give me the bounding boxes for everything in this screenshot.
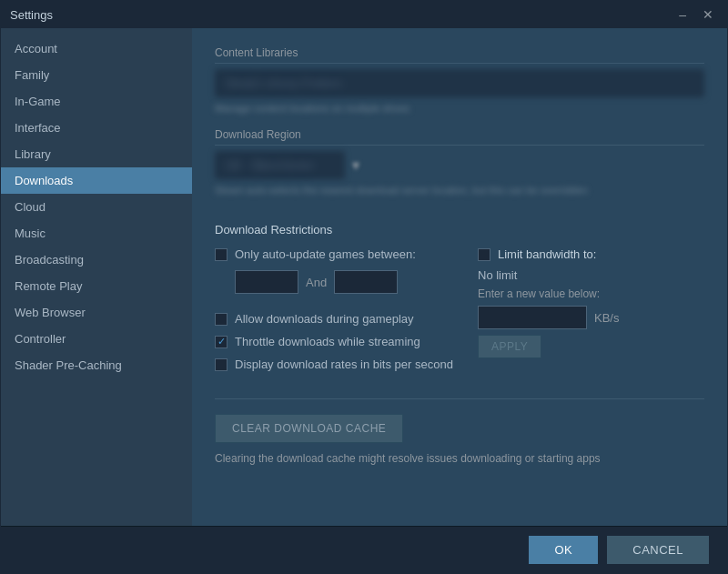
main-panel: Content Libraries Steam Library Folders …	[192, 28, 727, 526]
enter-value-text: Enter a new value below:	[478, 287, 704, 300]
sidebar-item-cloud[interactable]: Cloud	[1, 194, 192, 220]
settings-window: Settings – ✕ Account Family In-Game Inte…	[0, 0, 728, 574]
throttle-downloads-row: Throttle downloads while streaming	[215, 335, 460, 348]
limit-bandwidth-label: Limit bandwidth to:	[498, 247, 596, 261]
content-libraries-desc: Manage content locations on multiple dri…	[215, 103, 704, 114]
sidebar-item-in-game[interactable]: In-Game	[1, 88, 192, 115]
allow-downloads-checkbox[interactable]	[215, 313, 228, 326]
sidebar-item-shader-pre-caching[interactable]: Shader Pre-Caching	[1, 352, 192, 378]
sidebar-item-controller[interactable]: Controller	[1, 326, 192, 352]
kbs-label: KB/s	[594, 311, 619, 325]
limit-bandwidth-checkbox[interactable]	[478, 248, 490, 261]
time-range-row: And	[235, 270, 460, 294]
auto-update-row: Only auto-update games between:	[215, 247, 460, 261]
restrictions-right-col: Limit bandwidth to: No limit Enter a new…	[460, 247, 704, 380]
display-bits-row: Display download rates in bits per secon…	[215, 357, 460, 371]
sidebar-item-remote-play[interactable]: Remote Play	[1, 273, 192, 299]
cache-desc: Clearing the download cache might resolv…	[215, 452, 704, 465]
sidebar-item-music[interactable]: Music	[1, 220, 192, 247]
content-area: Account Family In-Game Interface Library…	[1, 28, 727, 526]
allow-downloads-label: Allow downloads during gameplay	[235, 312, 414, 326]
display-bits-checkbox[interactable]	[215, 358, 228, 371]
title-bar: Settings – ✕	[1, 1, 727, 28]
no-limit-text: No limit	[478, 268, 704, 282]
minimize-button[interactable]: –	[674, 5, 691, 24]
close-button[interactable]: ✕	[698, 5, 718, 24]
time-end-input[interactable]	[334, 270, 398, 294]
sidebar-item-library[interactable]: Library	[1, 141, 192, 167]
auto-update-checkbox[interactable]	[215, 248, 228, 261]
sidebar-item-account[interactable]: Account	[1, 35, 192, 62]
sidebar-item-broadcasting[interactable]: Broadcasting	[1, 247, 192, 273]
sidebar-item-interface[interactable]: Interface	[1, 115, 192, 141]
ok-button[interactable]: OK	[529, 536, 598, 564]
restrictions-grid: Only auto-update games between: And Allo…	[215, 247, 704, 380]
sidebar-item-family[interactable]: Family	[1, 62, 192, 88]
window-controls: – ✕	[674, 5, 718, 24]
throttle-downloads-checkbox[interactable]	[215, 336, 228, 348]
kb-input[interactable]	[478, 306, 587, 329]
restrictions-left-col: Only auto-update games between: And Allo…	[215, 247, 460, 380]
allow-downloads-row: Allow downloads during gameplay	[215, 312, 460, 326]
cancel-button[interactable]: CANCEL	[607, 536, 709, 564]
sidebar-item-web-browser[interactable]: Web Browser	[1, 299, 192, 326]
apply-button[interactable]: APPLY	[478, 335, 541, 358]
bottom-bar: OK CANCEL	[1, 526, 727, 573]
content-libraries-value: Steam Library Folders	[215, 69, 704, 97]
download-region-label: Download Region	[215, 128, 704, 146]
sidebar-item-downloads[interactable]: Downloads	[1, 167, 192, 194]
clear-cache-button[interactable]: CLEAR DOWNLOAD CACHE	[215, 414, 403, 443]
download-region-desc: Steam auto-selects the nearest download …	[215, 185, 704, 196]
download-region-value: UK - Manchester	[215, 151, 345, 179]
sidebar: Account Family In-Game Interface Library…	[1, 28, 192, 526]
kb-row: KB/s	[478, 306, 704, 329]
window-title: Settings	[10, 8, 53, 22]
limit-bandwidth-row: Limit bandwidth to:	[478, 247, 704, 261]
dropdown-arrow-icon: ▾	[352, 156, 359, 174]
content-libraries-label: Content Libraries	[215, 46, 704, 64]
auto-update-label: Only auto-update games between:	[235, 247, 416, 261]
display-bits-label: Display download rates in bits per secon…	[235, 357, 453, 371]
time-start-input[interactable]	[235, 270, 298, 294]
and-label: And	[306, 276, 327, 289]
download-restrictions-heading: Download Restrictions	[215, 223, 704, 237]
throttle-downloads-label: Throttle downloads while streaming	[235, 335, 420, 348]
clear-cache-section: CLEAR DOWNLOAD CACHE Clearing the downlo…	[215, 398, 704, 465]
